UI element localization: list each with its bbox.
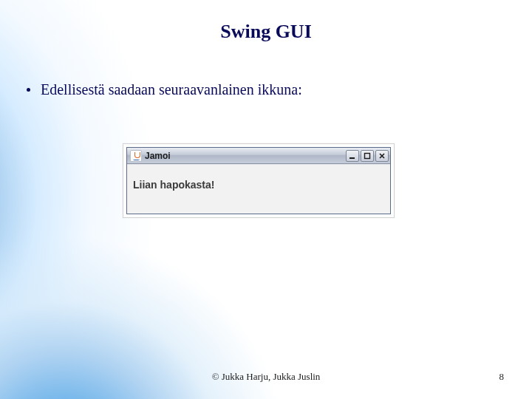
window-title: Jamoi <box>145 151 346 161</box>
minimize-button[interactable] <box>346 150 359 162</box>
slide-title: Swing GUI <box>0 21 532 43</box>
titlebar[interactable]: Jamoi <box>127 148 390 164</box>
swing-screenshot: Jamoi Liian hapokasta! <box>123 143 395 218</box>
close-button[interactable] <box>375 150 389 162</box>
java-cup-icon <box>130 150 142 162</box>
footer-credit: © Jukka Harju, Jukka Juslin <box>0 371 532 383</box>
bullet-text: Edellisestä saadaan seuraavanlainen ikku… <box>41 81 302 98</box>
slide: Swing GUI Edellisestä saadaan seuraavanl… <box>0 0 532 399</box>
swing-label: Liian hapokasta! <box>133 179 214 191</box>
client-area: Liian hapokasta! <box>127 164 390 214</box>
swing-window: Jamoi Liian hapokasta! <box>126 147 391 214</box>
svg-rect-0 <box>349 157 355 159</box>
svg-rect-1 <box>365 153 370 158</box>
bullet-item: Edellisestä saadaan seuraavanlainen ikku… <box>27 81 302 98</box>
page-number: 8 <box>499 371 505 383</box>
bullet-dot-icon <box>27 88 30 92</box>
maximize-button[interactable] <box>361 150 374 162</box>
window-controls <box>346 150 389 162</box>
